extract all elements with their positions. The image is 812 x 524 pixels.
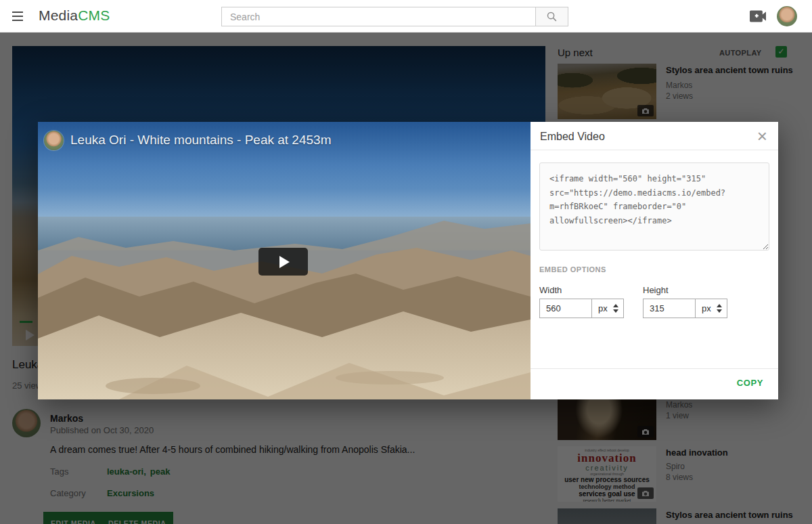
height-label: Height [643,285,669,295]
spinner-arrows-icon[interactable] [613,304,618,313]
search-input[interactable] [221,7,535,26]
close-icon[interactable]: × [754,126,770,146]
logo[interactable]: MediaCMS [39,7,110,24]
top-bar: MediaCMS [0,0,812,32]
upload-media-icon[interactable] [748,8,767,24]
height-unit-select[interactable]: px [695,299,727,318]
width-label: Width [539,285,562,295]
spinner-arrows-icon[interactable] [717,304,722,313]
divider [531,150,778,150]
search-button[interactable] [535,7,568,26]
preview-author-avatar[interactable] [44,131,64,150]
embed-code-textarea[interactable]: <iframe width="560" height="315" src="ht… [539,162,769,250]
logo-cms: CMS [78,7,110,23]
page: Leuka Ori - White mountains - Peak at 24… [0,0,812,524]
divider [531,368,778,369]
embed-video-popup: Leuka Ori - White mountains - Peak at 24… [38,122,778,399]
menu-icon[interactable] [12,12,23,21]
width-unit-value: px [598,303,608,313]
embed-video-modal: Embed Video × <iframe width="560" height… [531,122,778,399]
embed-preview-player[interactable]: Leuka Ori - White mountains - Peak at 24… [38,122,531,399]
width-input[interactable] [539,299,592,318]
width-unit-select[interactable]: px [591,299,624,318]
copy-button[interactable]: COPY [737,378,763,388]
play-icon [279,256,290,268]
user-avatar[interactable] [777,6,797,26]
height-unit-value: px [702,303,711,313]
play-button[interactable] [258,248,308,276]
preview-video-title: Leuka Ori - White mountains - Peak at 24… [70,133,331,148]
embed-options-heading: EMBED OPTIONS [539,265,606,274]
magnifier-icon [546,11,558,22]
logo-media: Media [39,7,78,23]
height-input[interactable] [643,299,696,318]
modal-title: Embed Video [540,131,605,143]
